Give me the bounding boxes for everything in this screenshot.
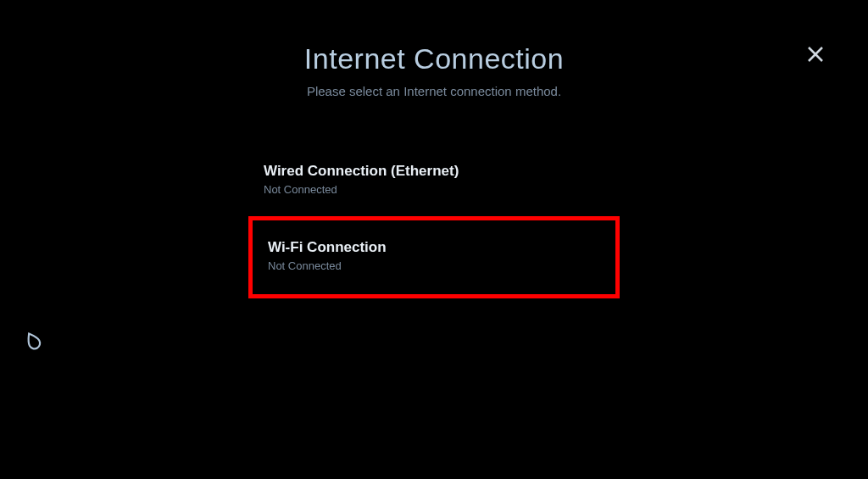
option-wired-ethernet[interactable]: Wired Connection (Ethernet) Not Connecte… (248, 148, 620, 211)
connection-options: Wired Connection (Ethernet) Not Connecte… (0, 148, 868, 298)
close-button[interactable] (804, 44, 827, 68)
option-wifi[interactable]: Wi-Fi Connection Not Connected (248, 216, 620, 298)
close-icon (805, 44, 826, 68)
page-subtitle: Please select an Internet connection met… (0, 84, 868, 98)
option-title: Wired Connection (Ethernet) (264, 163, 604, 180)
water-drop-icon (22, 330, 44, 352)
page-title: Internet Connection (0, 42, 868, 75)
option-status: Not Connected (264, 183, 604, 196)
option-title: Wi-Fi Connection (268, 239, 600, 256)
option-status: Not Connected (268, 259, 600, 272)
header: Internet Connection Please select an Int… (0, 0, 868, 98)
